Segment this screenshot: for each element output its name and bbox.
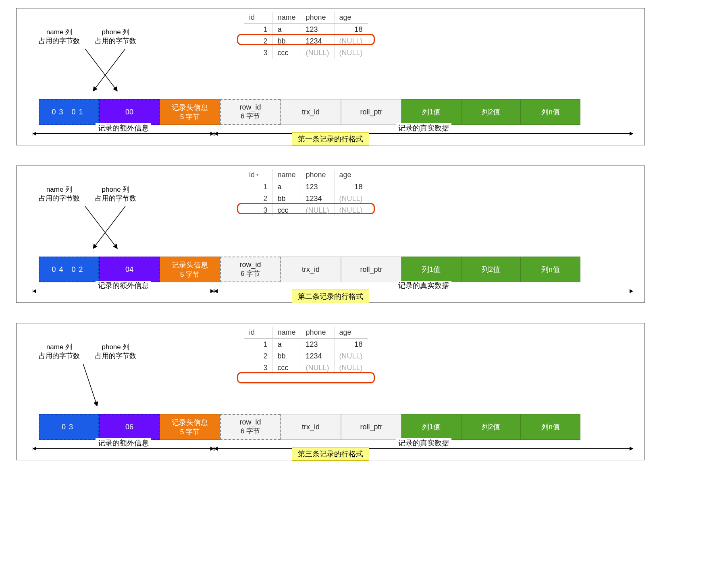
block-trxid: trx_id: [281, 257, 341, 282]
block-trxid: trx_id: [281, 99, 341, 125]
sort-caret-icon: ▾: [256, 172, 259, 177]
block-coln: 列n值: [521, 257, 580, 282]
cell-name: a: [272, 24, 301, 36]
block-rollptr: roll_ptr: [341, 257, 401, 282]
table-header: id: [244, 327, 272, 339]
label-extra-info: 记录的额外信息: [96, 123, 151, 133]
anno-name-col: name 列占用的字节数: [39, 185, 80, 203]
bracket-real-data: 记录的真实数据: [214, 133, 633, 134]
block-varlen: 03 01 变长字段长度列表: [39, 99, 99, 125]
block-varlen: 03 变长字段长度列表: [39, 414, 99, 440]
rowid-title: row_id: [239, 103, 261, 112]
cell-name: ccc: [272, 47, 301, 59]
table-row: 1 a 123 18: [244, 181, 368, 193]
record-panel: idnamephoneage 1 a 123 18 2 bb 1234 (NUL…: [16, 8, 645, 145]
block-header: 记录头信息 5 字节: [160, 257, 220, 282]
header-sub: 5 字节: [180, 427, 200, 437]
table-header: name: [272, 169, 301, 181]
data-table: id▾namephoneage 1 a 123 18 2 bb 1234 (NU…: [244, 169, 368, 216]
anno-phone-col: phone 列占用的字节数: [95, 185, 136, 203]
anno-name-col: name 列占用的字节数: [39, 343, 80, 360]
cell-name: bb: [272, 350, 301, 362]
block-rowid: row_id 6 字节: [220, 257, 281, 282]
bracket-real-data: 记录的真实数据: [214, 448, 633, 449]
cell-phone: 1234: [301, 35, 334, 47]
header-sub: 5 字节: [180, 112, 200, 122]
cell-age: (NULL): [334, 47, 368, 59]
label-extra-info: 记录的额外信息: [96, 281, 151, 290]
record-row: 03 变长字段长度列表 06 记录头信息 5 字节 row_id 6 字节 tr…: [39, 414, 638, 440]
block-coln: 列n值: [521, 99, 580, 125]
bracket-extra-info: 记录的额外信息: [33, 133, 214, 134]
block-rowid: row_id 6 字节: [220, 99, 281, 125]
cell-age: 18: [334, 339, 368, 351]
varlen-values: 03 01: [52, 108, 86, 116]
rowid-sub: 6 字节: [241, 269, 260, 278]
cell-name: bb: [272, 193, 301, 205]
record-row: 03 01 变长字段长度列表 00 记录头信息 5 字节 row_id 6 字节…: [39, 99, 638, 125]
header-title: 记录头信息: [172, 418, 208, 427]
block-varlen: 04 02 变长字段长度列表: [39, 257, 99, 282]
cell-phone: 123: [301, 181, 334, 193]
anno-phone-col: phone 列占用的字节数: [95, 28, 136, 46]
bracket-extra-info: 记录的额外信息: [33, 448, 214, 449]
header-title: 记录头信息: [172, 260, 208, 270]
cell-phone: 1234: [301, 193, 334, 205]
table-header: name: [272, 327, 301, 339]
block-col2: 列2值: [461, 257, 521, 282]
cell-id: 3: [244, 47, 272, 59]
label-real-data: 记录的真实数据: [396, 438, 451, 448]
cell-name: ccc: [272, 205, 301, 216]
cell-phone: 123: [301, 339, 334, 351]
cell-age: 18: [334, 24, 368, 36]
block-null-list: 04: [99, 257, 160, 282]
panel-caption: 第二条记录的行格式: [292, 290, 369, 303]
table-row: 3 ccc (NULL) (NULL): [244, 47, 368, 59]
anno-name-col: name 列占用的字节数: [39, 28, 80, 46]
label-varlen-list: 变长字段长度列表: [40, 285, 94, 294]
null-list-value: 06: [125, 423, 133, 431]
block-header: 记录头信息 5 字节: [160, 414, 220, 440]
cell-name: a: [272, 181, 301, 193]
table-row: 2 bb 1234 (NULL): [244, 193, 368, 205]
label-real-data: 记录的真实数据: [396, 281, 451, 290]
cell-age: 18: [334, 181, 368, 193]
varlen-values: 04 02: [52, 265, 86, 274]
null-list-value: 04: [125, 265, 133, 274]
block-trxid: trx_id: [281, 414, 341, 440]
cell-id: 1: [244, 181, 272, 193]
svg-line-3: [93, 206, 125, 248]
table-row: 3 ccc (NULL) (NULL): [244, 362, 368, 374]
cell-id: 3: [244, 205, 272, 216]
table-header: name: [272, 12, 301, 24]
panel-caption: 第一条记录的行格式: [292, 132, 369, 146]
block-rowid: row_id 6 字节: [220, 414, 281, 440]
table-header: age: [334, 12, 368, 24]
cell-name: a: [272, 339, 301, 351]
label-extra-info: 记录的额外信息: [96, 438, 151, 448]
block-null-list: 00: [99, 99, 160, 125]
block-col2: 列2值: [461, 414, 521, 440]
cell-id: 1: [244, 339, 272, 351]
table-row: 1 a 123 18: [244, 24, 368, 36]
bracket-real-data: 记录的真实数据: [214, 291, 633, 291]
record-panel: idnamephoneage 1 a 123 18 2 bb 1234 (NUL…: [16, 323, 645, 460]
table-row: 1 a 123 18: [244, 339, 368, 351]
rowid-title: row_id: [239, 261, 261, 269]
table-header: age: [334, 169, 368, 181]
cell-age: (NULL): [334, 362, 368, 374]
table-header: id▾: [244, 169, 272, 181]
cell-age: (NULL): [334, 35, 368, 47]
label-varlen-list: 变长字段长度列表: [40, 127, 94, 137]
cell-phone: 1234: [301, 350, 334, 362]
cell-phone: (NULL): [301, 47, 334, 59]
label-varlen-list: 变长字段长度列表: [40, 442, 94, 451]
block-rollptr: roll_ptr: [341, 99, 401, 125]
cell-name: ccc: [272, 362, 301, 374]
table-header: phone: [301, 327, 334, 339]
rowid-sub: 6 字节: [241, 112, 260, 121]
cell-phone: (NULL): [301, 362, 334, 374]
block-col1: 列1值: [401, 414, 461, 440]
panel-caption: 第三条记录的行格式: [292, 447, 369, 461]
data-table: idnamephoneage 1 a 123 18 2 bb 1234 (NUL…: [244, 12, 368, 59]
